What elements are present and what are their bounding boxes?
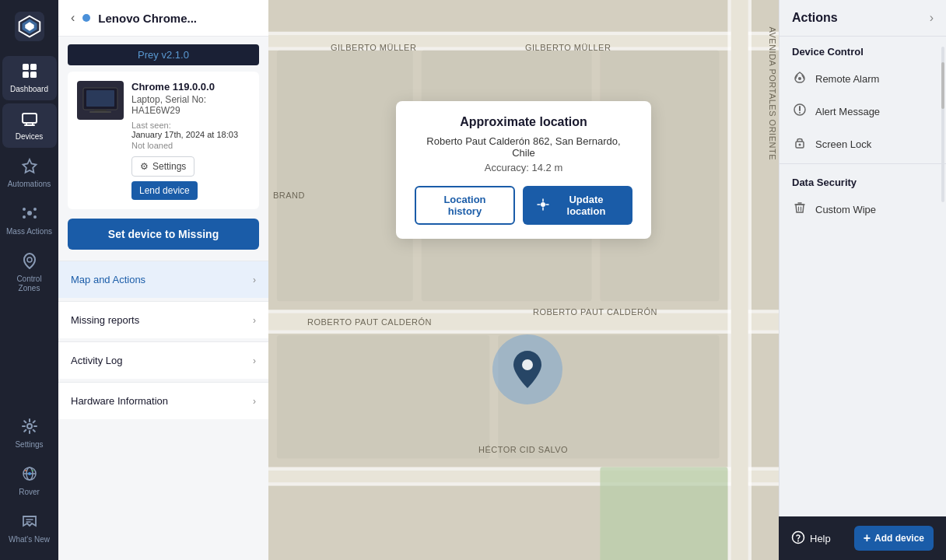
location-pin-icon <box>510 349 545 390</box>
svg-rect-38 <box>277 335 489 459</box>
svg-point-7 <box>23 208 26 211</box>
bottom-action-bar: Help + Add device <box>779 516 946 560</box>
street-label-hector: HÉCTOR CID SALVO <box>478 445 568 454</box>
alert-message-label: Alert Message <box>815 106 880 117</box>
remote-alarm-item[interactable]: Remote Alarm <box>780 62 946 95</box>
accordion-missing-reports-header[interactable]: Missing reports › <box>58 302 268 338</box>
automations-icon <box>21 157 38 177</box>
set-missing-button[interactable]: Set device to Missing <box>68 219 259 250</box>
settings-button[interactable]: ⚙ Settings <box>131 156 194 177</box>
sidebar-item-rover-label: Rover <box>19 488 40 497</box>
lend-device-button[interactable]: Lend device <box>131 181 198 200</box>
svg-point-43 <box>798 77 801 80</box>
prey-version-badge: Prey v2.1.0 <box>68 44 259 65</box>
street-label-roberto-2: ROBERTO PAUT CALDERÓN <box>533 307 657 317</box>
popup-actions: Location history Update location <box>415 186 632 225</box>
screen-lock-icon <box>792 135 808 152</box>
svg-rect-5 <box>23 114 37 123</box>
help-circle-icon <box>791 530 805 547</box>
custom-wipe-item[interactable]: Custom Wipe <box>780 193 946 226</box>
sidebar-item-whats-new[interactable]: What's New <box>2 506 57 551</box>
map-container: GILBERTO MÜLLER GILBERTO MÜLLER BRAND RO… <box>268 0 779 560</box>
actions-header: Actions › <box>780 0 946 37</box>
sidebar-item-settings[interactable]: Settings <box>2 411 57 456</box>
accordion-map-chevron: › <box>253 275 256 285</box>
sidebar-item-mass-actions[interactable]: Mass Actions <box>2 198 57 243</box>
svg-point-8 <box>33 208 37 211</box>
svg-point-6 <box>27 211 32 215</box>
svg-rect-2 <box>30 64 37 70</box>
device-last-seen: Last seen: January 17th, 2024 at 18:03 <box>131 121 250 139</box>
custom-wipe-label: Custom Wipe <box>815 204 876 215</box>
accordion-map-actions-header[interactable]: Map and Actions › <box>58 261 268 298</box>
back-button[interactable]: ‹ <box>71 11 75 25</box>
accordion-hardware-info: Hardware Information › <box>58 382 268 419</box>
street-label-gilberto-2: GILBERTO MÜLLER <box>525 43 611 52</box>
svg-point-10 <box>33 215 37 219</box>
sidebar-item-automations[interactable]: Automations <box>2 151 57 195</box>
custom-wipe-icon <box>792 201 808 218</box>
device-loaned-status: Not loaned <box>131 141 250 150</box>
alert-message-item[interactable]: Alert Message <box>780 95 946 128</box>
sidebar-item-mass-actions-label: Mass Actions <box>6 227 52 236</box>
map-marker <box>492 334 562 404</box>
right-panel: Actions › Device Control Remote Alarm Al… <box>779 0 946 560</box>
device-name: Lenovo Chrome... <box>98 12 197 25</box>
rover-icon <box>21 465 38 485</box>
screen-lock-item[interactable]: Screen Lock <box>780 128 946 160</box>
accordion-activity-log-header[interactable]: Activity Log › <box>58 342 268 379</box>
popup-address: Roberto Paut Calderón 862, San Bernardo,… <box>415 135 632 159</box>
svg-point-53 <box>797 540 799 541</box>
svg-rect-3 <box>23 72 29 78</box>
sidebar-item-control-zones[interactable]: Control Zones <box>2 246 57 299</box>
devices-icon <box>21 110 38 129</box>
svg-point-16 <box>28 472 31 475</box>
street-label-avenida: AVENIDA PORTALES ORIENTE <box>768 26 777 160</box>
actions-title: Actions <box>792 11 838 25</box>
accordion-hardware-chevron: › <box>253 396 256 407</box>
sidebar-item-dashboard-label: Dashboard <box>10 85 48 94</box>
sidebar-item-control-zones-label: Control Zones <box>5 275 54 293</box>
svg-point-46 <box>799 112 801 114</box>
device-thumbnail <box>77 81 124 120</box>
sidebar-item-settings-label: Settings <box>15 440 43 450</box>
device-details: Chrome 119.0.0.0 Laptop, Serial No: HA1E… <box>131 81 250 200</box>
svg-rect-33 <box>731 0 748 560</box>
accordion-hardware-info-header[interactable]: Hardware Information › <box>58 383 268 419</box>
accordion-activity-chevron: › <box>253 355 256 366</box>
mass-actions-icon <box>21 205 38 224</box>
svg-rect-34 <box>277 51 413 302</box>
street-label-brand: BRAND <box>273 191 305 200</box>
svg-point-41 <box>541 202 545 207</box>
map-background: GILBERTO MÜLLER GILBERTO MÜLLER BRAND RO… <box>268 0 779 560</box>
help-button[interactable]: Help <box>791 530 831 547</box>
location-popup: Approximate location Roberto Paut Calder… <box>396 101 651 239</box>
plus-icon: + <box>864 531 871 545</box>
sidebar-item-rover[interactable]: Rover <box>2 459 57 503</box>
prey-logo <box>12 9 47 44</box>
sidebar-item-devices[interactable]: Devices <box>2 103 57 148</box>
update-location-button[interactable]: Update location <box>523 186 632 225</box>
update-location-icon <box>537 198 549 213</box>
sidebar-item-dashboard[interactable]: Dashboard <box>2 56 57 100</box>
popup-accuracy: Accuracy: 14.2 m <box>415 162 632 173</box>
accordion-missing-chevron: › <box>253 315 256 326</box>
location-history-button[interactable]: Location history <box>415 186 515 225</box>
add-device-button[interactable]: + Add device <box>854 526 934 551</box>
svg-rect-24 <box>89 111 111 113</box>
remote-alarm-icon <box>792 70 808 87</box>
svg-rect-1 <box>23 64 29 70</box>
panel-divider <box>780 163 946 164</box>
scrollbar-track <box>941 47 944 202</box>
svg-point-48 <box>799 144 801 146</box>
device-control-title: Device Control <box>780 37 946 62</box>
device-panel: ‹ Lenovo Chrome... Prey v2.1.0 Chrome 11… <box>58 0 268 560</box>
svg-point-18 <box>32 470 33 471</box>
svg-point-9 <box>23 215 26 219</box>
device-info-card: Chrome 119.0.0.0 Laptop, Serial No: HA1E… <box>68 72 259 209</box>
device-status-indicator <box>82 14 90 22</box>
settings-gear-icon: ⚙ <box>140 161 149 172</box>
actions-chevron-icon: › <box>930 11 934 25</box>
remote-alarm-label: Remote Alarm <box>815 73 879 85</box>
svg-rect-22 <box>86 90 114 107</box>
